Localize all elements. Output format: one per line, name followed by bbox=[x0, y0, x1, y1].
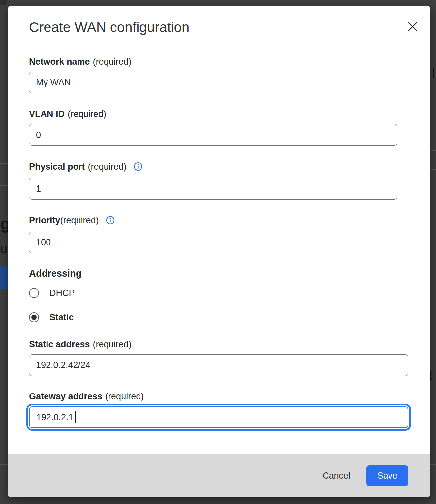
background-table-line bbox=[430, 169, 436, 170]
physical-port-input[interactable] bbox=[29, 178, 397, 200]
required-hint: (required) bbox=[88, 162, 127, 172]
addressing-heading: Addressing bbox=[29, 268, 408, 279]
gateway-address-label: Gateway address(required) bbox=[29, 391, 408, 402]
background-table-line bbox=[430, 464, 436, 465]
info-circle-icon[interactable] bbox=[106, 216, 115, 227]
radio-option-dhcp[interactable]: DHCP bbox=[29, 287, 408, 299]
background-table-line bbox=[0, 486, 8, 486]
background-table-line bbox=[430, 150, 436, 151]
background-text-fragment: l bbox=[432, 66, 435, 79]
required-hint: (required) bbox=[93, 339, 132, 349]
cancel-button[interactable]: Cancel bbox=[323, 471, 350, 481]
background-dark-corner bbox=[0, 0, 7, 5]
static-address-label: Static address(required) bbox=[29, 339, 408, 350]
network-name-label: Network name(required) bbox=[29, 56, 408, 67]
radio-option-label: DHCP bbox=[49, 288, 75, 298]
static-address-input[interactable] bbox=[29, 354, 408, 376]
network-name-input[interactable] bbox=[29, 72, 397, 93]
background-table-line bbox=[0, 163, 8, 164]
vlan-id-input[interactable] bbox=[29, 124, 397, 146]
x-icon bbox=[407, 21, 419, 33]
priority-label: Priority(required) bbox=[29, 215, 408, 227]
physical-port-label: Physical port(required) bbox=[29, 161, 408, 173]
create-wan-configuration-dialog: Create WAN configuration Network name(re… bbox=[8, 6, 430, 497]
close-button[interactable] bbox=[407, 21, 419, 33]
required-hint: (required) bbox=[93, 57, 132, 67]
info-circle-icon[interactable] bbox=[134, 162, 142, 173]
required-hint: (required) bbox=[105, 392, 144, 401]
gateway-address-input[interactable] bbox=[29, 406, 408, 428]
radio-checked-icon bbox=[29, 312, 39, 322]
radio-option-static[interactable]: Static bbox=[29, 311, 408, 323]
background-table-line bbox=[0, 185, 8, 186]
required-hint: (required) bbox=[60, 215, 99, 225]
vlan-id-label: VLAN ID(required) bbox=[29, 109, 408, 120]
background-table-line bbox=[0, 464, 8, 465]
priority-input[interactable] bbox=[29, 232, 408, 253]
radio-option-label: Static bbox=[49, 312, 74, 323]
dialog-title: Create WAN configuration bbox=[29, 19, 408, 35]
background-text-fragment: u bbox=[0, 242, 7, 255]
save-button[interactable]: Save bbox=[366, 465, 408, 486]
radio-unchecked-icon bbox=[29, 288, 39, 298]
dialog-footer: Cancel Save bbox=[8, 454, 430, 497]
text-cursor bbox=[75, 411, 76, 423]
required-hint: (required) bbox=[68, 109, 106, 119]
